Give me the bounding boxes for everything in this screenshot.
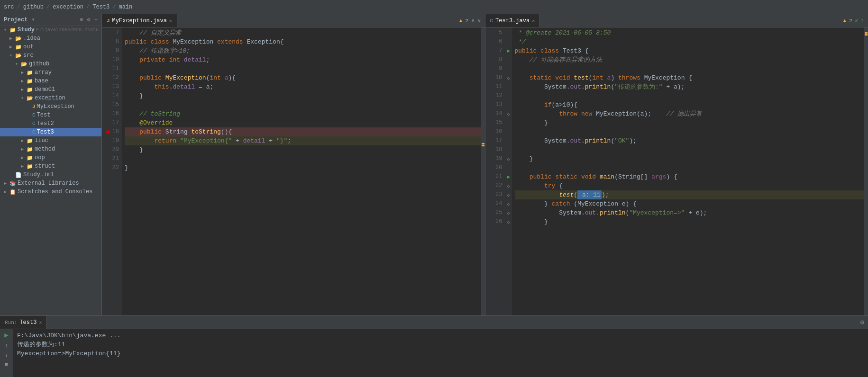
tree-item-demo01[interactable]: ▶ 📁 demo01: [0, 85, 101, 94]
tree-item-test2[interactable]: ▶ C Test2: [0, 119, 101, 128]
tree-item-array[interactable]: ▶ 📁 array: [0, 68, 101, 77]
bottom-panel: Run: Test3 ✕ ⚙ ▶ ↑ ↓ ≡ F:\Java\JDK\bin\j…: [0, 315, 868, 377]
code-line-19: return "MyException{" + detail + "}";: [125, 136, 481, 145]
tree-item-myexception[interactable]: ▶ J MyException: [0, 102, 101, 111]
code-line-13: this.detail = a;: [125, 82, 481, 91]
tree-item-idea[interactable]: ▶ 📂 .idea: [0, 34, 101, 43]
tree-item-oop[interactable]: ▶ 📁 oop: [0, 153, 101, 162]
tree-item-study[interactable]: ▾ 📁 Study F:\java\IDEA2020.2\Stu: [0, 26, 101, 34]
tree-item-studyiml[interactable]: ▶ 📄 Study.iml: [0, 171, 101, 179]
settings-icon[interactable]: ⚙: [87, 16, 91, 23]
tree-item-base[interactable]: ▶ 📁 base: [0, 77, 101, 85]
github-folder-icon: 📂: [21, 61, 27, 67]
left-scroll-indicator: [481, 27, 485, 315]
rcode-line-15: }: [515, 118, 865, 127]
method-label: method: [35, 146, 55, 153]
rcode-line-8: // 可能会存在异常的方法: [515, 55, 865, 64]
left-nav-down[interactable]: ∨: [477, 17, 481, 24]
run-sidebar: ▶ ↑ ↓ ≡: [0, 329, 13, 377]
out-label: out: [23, 44, 34, 50]
left-tab-close[interactable]: ✕: [169, 18, 172, 24]
code-line-16: // toString: [125, 109, 481, 118]
study-label: Study: [18, 27, 35, 33]
run-button[interactable]: ▶: [4, 331, 8, 339]
right-line-numbers: 5 6 7 8 9 10 11 12 13 14 15 16 17 18 19 …: [485, 27, 505, 315]
right-warn-icon: ▲: [843, 18, 847, 24]
tree-item-src[interactable]: ▾ 📂 src: [0, 51, 101, 60]
run-tab-close[interactable]: ✕: [39, 320, 42, 325]
breakpoint-dot: [106, 130, 110, 134]
left-editor-tabs: J MyException.java ✕ ▲ 2 ∧ ∨: [102, 14, 485, 27]
right-tab-close[interactable]: ✕: [532, 18, 535, 24]
top-bar: src / github / exception / Test3 / main: [0, 0, 868, 14]
oop-label: oop: [35, 154, 45, 161]
right-ok-icon: ✔: [855, 18, 859, 24]
sync-icon[interactable]: ⊕: [80, 16, 83, 23]
demo01-folder-icon: 📁: [27, 87, 33, 93]
run-tab-name: Test3: [19, 319, 37, 326]
tree-item-method[interactable]: ▶ 📁 method: [0, 145, 101, 153]
tree-item-liuc[interactable]: ▶ 📁 liuc: [0, 136, 101, 145]
minimize-icon[interactable]: −: [94, 17, 98, 23]
tree-item-struct[interactable]: ▶ 📁 struct: [0, 162, 101, 171]
tree-item-scratches[interactable]: ▶ 📋 Scratches and Consoles: [0, 188, 101, 196]
code-line-22: }: [125, 163, 481, 172]
rcode-line-10: static void test(int a) throws MyExcepti…: [515, 73, 865, 82]
rcode-line-11: System.out.println("传递的参数为:" + a);: [515, 82, 865, 91]
method-folder-icon: 📁: [27, 146, 33, 153]
code-line-8: public class MyException extends Excepti…: [125, 37, 481, 46]
run-arrow-main[interactable]: ▶: [505, 172, 512, 181]
right-code-area[interactable]: * @create 2021-06-05 8:50 */ public clas…: [512, 27, 865, 315]
left-code-area[interactable]: // 自定义异常 public class MyException extend…: [122, 27, 481, 315]
scratches-icon: 📋: [9, 189, 16, 195]
project-dropdown-icon[interactable]: ▾: [31, 16, 35, 23]
bottom-settings-icon[interactable]: ⚙: [860, 318, 864, 326]
left-tab-myexception[interactable]: J MyException.java ✕: [102, 14, 177, 27]
left-editor-body: 7 8 9 10 11 12 13 14 15 16 17 18 19: [102, 27, 485, 315]
rcode-line-17: System.out.println("OK");: [515, 136, 865, 145]
left-line-numbers: 7 8 9 10 11 12 13 14 15 16 17 18 19: [102, 27, 122, 315]
code-line-18: public String toString(){: [125, 127, 481, 136]
breadcrumb-exception: exception: [53, 4, 83, 10]
output-line-1: F:\Java\JDK\bin\java.exe ...: [17, 331, 864, 340]
scratches-label: Scratches and Consoles: [18, 188, 92, 195]
scroll-down-button[interactable]: ↓: [5, 352, 8, 358]
studyiml-label: Study.iml: [23, 171, 54, 178]
test2-icon: C: [32, 121, 36, 126]
src-folder-icon: 📂: [15, 53, 22, 59]
scroll-up-button[interactable]: ↑: [5, 343, 8, 349]
tree-item-test[interactable]: ▶ C Test: [0, 111, 101, 119]
tree-item-out[interactable]: ▶ 📁 out: [0, 43, 101, 51]
exception-label: exception: [35, 95, 65, 101]
run-arrow-class[interactable]: ▶: [505, 46, 512, 55]
right-ok-count: 1: [861, 18, 864, 24]
test3-icon: C: [32, 129, 36, 135]
tree-item-test3[interactable]: ▶ C Test3: [0, 128, 101, 136]
left-nav-up[interactable]: ∧: [471, 17, 475, 24]
tree-item-exception[interactable]: ▾ 📂 exception: [0, 94, 101, 102]
editor-split: J MyException.java ✕ ▲ 2 ∧ ∨ 7 8 9 10 11: [102, 14, 868, 315]
base-folder-icon: 📁: [27, 78, 33, 84]
right-tab-test3[interactable]: C Test3.java ✕: [485, 14, 540, 27]
run-output: F:\Java\JDK\bin\java.exe ... 传递的参数为:11 M…: [13, 329, 868, 377]
rcode-line-7: public class Test3 {: [515, 46, 865, 55]
left-editor-pane: J MyException.java ✕ ▲ 2 ∧ ∨ 7 8 9 10 11: [102, 14, 485, 315]
code-line-20: }: [125, 145, 481, 154]
right-gutter: ▶ ◇ ◇ ◇ ▶ ◇ ◇ ◇: [505, 27, 512, 315]
rcode-line-13: if(a>10){: [515, 100, 865, 109]
tree-item-extlibs[interactable]: ▶ 📚 External Libraries: [0, 179, 101, 188]
run-label-static: Run:: [5, 320, 17, 325]
right-warn-count: 2: [849, 18, 852, 24]
bottom-tab-run[interactable]: Run: Test3 ✕: [0, 316, 47, 329]
rcode-line-18: [515, 145, 865, 154]
code-line-17: @Override: [125, 118, 481, 127]
wrap-button[interactable]: ≡: [5, 362, 8, 368]
base-label: base: [35, 78, 48, 84]
code-line-14: }: [125, 91, 481, 100]
array-folder-icon: 📁: [27, 70, 33, 76]
exception-folder-icon: 📂: [27, 95, 33, 101]
tree-item-github[interactable]: ▾ 📂 github: [0, 60, 101, 68]
myexception-label: MyException: [37, 103, 74, 110]
out-folder-icon: 📁: [15, 44, 22, 50]
study-path: F:\java\IDEA2020.2\Stu: [36, 27, 99, 33]
